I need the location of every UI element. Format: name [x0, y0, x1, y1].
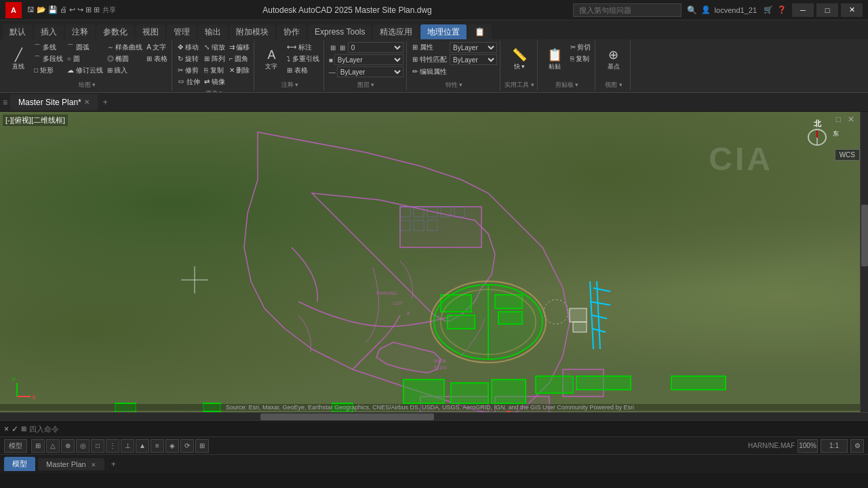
nav-icon[interactable]: ≡ [3, 98, 7, 107]
delete-tool[interactable]: ✕ 删除 [228, 65, 252, 76]
otrack-toggle[interactable]: ⋮ [106, 439, 119, 453]
properties-tool[interactable]: ⊞ 属性 [411, 42, 448, 53]
circle-tool[interactable]: ○ 圆 [66, 54, 104, 64]
offset-tool[interactable]: ⇉ 偏移 [228, 42, 252, 53]
scale-tool[interactable]: ⤡ 缩放 [203, 42, 226, 53]
edit-props-tool[interactable]: ✏ 编辑属性 [411, 66, 448, 77]
cloud-tool[interactable]: ☁ 修订云线 [66, 65, 104, 76]
tab-more[interactable]: 📋 [468, 24, 492, 39]
viewport-maximize[interactable]: □ [836, 115, 841, 124]
polyline-tool[interactable]: ⌒ 多线 [33, 42, 64, 53]
tab-annotate[interactable]: 注释 [65, 24, 95, 39]
doc-tab-add[interactable]: + [98, 95, 113, 110]
layer-select[interactable]: 0 [348, 42, 403, 53]
horizontal-scrollbar[interactable] [0, 412, 868, 420]
fillet-tool[interactable]: ⌐ 圆角 [228, 54, 252, 64]
ducs-toggle[interactable]: ⊥ [121, 439, 134, 453]
multiline-tool[interactable]: ⌒ 多段线 [33, 54, 64, 64]
vertical-scrollbar[interactable] [860, 112, 868, 420]
copy-tool[interactable]: ⎘ 复制 [203, 65, 226, 76]
copy-clip-tool[interactable]: ⎘ 复制 [569, 54, 593, 64]
search-input[interactable] [573, 3, 682, 17]
dyn-toggle[interactable]: ▲ [136, 439, 149, 453]
grid-toggle[interactable]: ⊞ [31, 439, 45, 453]
lineweight-select[interactable]: ByLayer [450, 42, 497, 53]
command-input[interactable] [29, 425, 864, 433]
arc-tool[interactable]: ⌒ 圆弧 [66, 42, 104, 53]
rect-tool[interactable]: □ 矩形 [33, 65, 64, 76]
stretch-tool[interactable]: ⇔ 拉伸 [176, 77, 201, 87]
viewport-close[interactable]: ✕ [848, 115, 854, 124]
help-icon[interactable]: ❓ [777, 5, 787, 14]
paste-tool[interactable]: 📋 粘贴 [542, 42, 568, 77]
model-tab-add[interactable]: + [107, 458, 120, 471]
osnap-toggle[interactable]: □ [91, 439, 104, 453]
tab-manage[interactable]: 管理 [167, 24, 197, 39]
table-ann-tool[interactable]: ⊞ 表格 [285, 65, 321, 76]
text-tool[interactable]: A 文字 [145, 42, 169, 53]
clipboard-tools: 📋 粘贴 ✂ 剪切 ⎘ 复制 [542, 42, 593, 79]
model-space-btn[interactable]: 模型 [4, 439, 27, 453]
selcycle-toggle[interactable]: ⟳ [180, 439, 194, 453]
color-select[interactable]: ByLayer [334, 54, 403, 65]
annot-scale[interactable]: 1:1 [821, 439, 848, 453]
base-point-tool[interactable]: ⊕ 基点 [601, 42, 627, 77]
window-controls: ─ □ ✕ [792, 3, 863, 17]
vertical-scroll-thumb[interactable] [861, 205, 868, 266]
transp-toggle[interactable]: ◈ [165, 439, 179, 453]
dim-tool[interactable]: ⟷ 标注 [285, 42, 321, 53]
minimize-button[interactable]: ─ [792, 3, 814, 17]
cut-tool[interactable]: ✂ 剪切 [569, 42, 593, 53]
array-tool[interactable]: ⊞ 阵列 [203, 54, 226, 64]
ellipse-tool[interactable]: ◎ 椭圆 [106, 54, 144, 64]
linetype-select[interactable]: ByLayer [337, 66, 403, 77]
layer-state-tool[interactable]: ⊞ [338, 42, 347, 53]
store-icon[interactable]: 🛒 [764, 5, 773, 14]
maximize-button[interactable]: □ [816, 3, 838, 17]
ortho-toggle[interactable]: ⊕ [61, 439, 75, 453]
tab-featured[interactable]: 精选应用 [373, 24, 419, 39]
cmd-check-btn[interactable]: ✓ [12, 424, 18, 434]
mirror-tool[interactable]: ⇄ 镜像 [203, 77, 226, 87]
measure-tool[interactable]: 📏 快 ▾ [507, 42, 532, 77]
lineweight-toggle[interactable]: ≡ [151, 439, 164, 453]
line-tool[interactable]: ╱ 直线 [5, 42, 31, 77]
tab-default[interactable]: 默认 [3, 24, 33, 39]
doc-close-btn[interactable]: ✕ [84, 98, 90, 106]
insert-tool[interactable]: ⊞ 插入 [106, 65, 144, 76]
cmd-x-btn[interactable]: × [4, 424, 9, 434]
doc-tab-master[interactable]: Master Site Plan* ✕ [10, 94, 98, 110]
horizontal-scroll-thumb[interactable] [260, 413, 434, 420]
tab-insert[interactable]: 插入 [34, 24, 64, 39]
tab-collaborate[interactable]: 协作 [277, 24, 307, 39]
model-tab-model[interactable]: 模型 [4, 457, 35, 471]
text-big-tool[interactable]: A 文字 [258, 42, 284, 77]
close-button[interactable]: ✕ [841, 3, 863, 17]
trim-tool[interactable]: ✂ 修剪 [176, 65, 201, 76]
tab-addins[interactable]: 附加模块 [229, 24, 275, 39]
drawing-area[interactable]: X Y PARKING LOT A MAIN BLDG [-][俯视][二维线框… [0, 112, 868, 420]
table-tool[interactable]: ⊞ 表格 [145, 54, 169, 64]
multileader-tool[interactable]: ⤵ 多重引线 [285, 54, 321, 64]
workspace-switch[interactable]: ⚙ [850, 439, 864, 453]
3dosnap-toggle[interactable]: ⊞ [195, 439, 209, 453]
search-icon[interactable]: 🔍 [687, 5, 697, 15]
snap-toggle[interactable]: △ [46, 439, 60, 453]
move-tool[interactable]: ✥ 移动 [176, 42, 201, 53]
tab-view[interactable]: 视图 [136, 24, 165, 39]
spline-tool[interactable]: ～ 样条曲线 [106, 42, 144, 53]
tab-output[interactable]: 输出 [198, 24, 228, 39]
linetype-select2[interactable]: ByLayer [450, 54, 497, 65]
tab-express[interactable]: Express Tools [308, 24, 372, 39]
tab-geolocation[interactable]: 地理位置 [420, 24, 467, 39]
match-props-tool[interactable]: ⊞ 特性匹配 [411, 54, 448, 65]
tab-parametric[interactable]: 参数化 [96, 24, 134, 39]
masterplan-close[interactable]: ✕ [91, 462, 96, 468]
quick-access-toolbar: 🖫 📂 💾 🖨 ↩ ↪ ⊞ ⊞ [27, 5, 100, 14]
zoom-widget[interactable]: 100% [797, 439, 818, 453]
model-tab-masterplan[interactable]: Master Plan ✕ [38, 458, 104, 470]
share-btn[interactable]: 共享 [102, 5, 116, 15]
polar-toggle[interactable]: ◎ [76, 439, 90, 453]
layer-props-tool[interactable]: ⊞ [329, 42, 337, 53]
rotate-tool[interactable]: ↻ 旋转 [176, 54, 201, 64]
